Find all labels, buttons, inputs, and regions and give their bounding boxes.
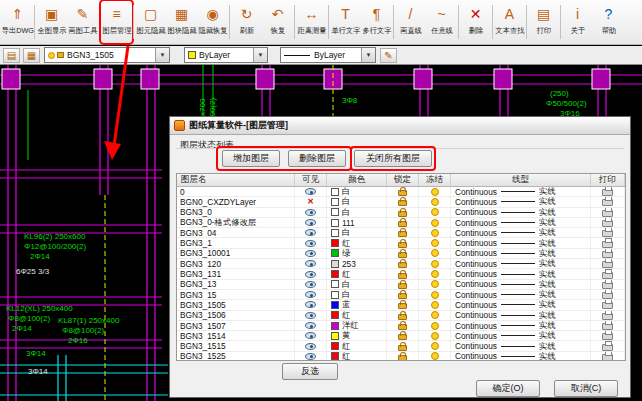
toolbar-button-refresh[interactable]: ↻刷新	[231, 1, 262, 43]
lock-cell[interactable]	[387, 187, 419, 196]
freeze-cell[interactable]	[419, 290, 451, 299]
freeze-cell[interactable]	[419, 259, 451, 268]
visible-cell[interactable]	[295, 208, 327, 217]
layer-row[interactable]: BGN3_15白Continuous实线	[177, 290, 625, 300]
layer-manager-mini-icon[interactable]: ▤	[3, 48, 20, 63]
toolbar-button-restore[interactable]: ↶恢复	[262, 1, 293, 43]
freeze-cell[interactable]	[419, 321, 451, 330]
layer-row[interactable]: BGN3_1515红Continuous实线	[177, 341, 625, 351]
dialog-titlebar[interactable]: 图纸算量软件-[图层管理]	[170, 117, 630, 135]
visible-cell[interactable]	[295, 259, 327, 268]
visible-cell[interactable]	[295, 331, 327, 340]
color-cell[interactable]: 253	[327, 259, 387, 268]
layer-row[interactable]: BGN3_1507洋红Continuous实线	[177, 321, 625, 331]
freeze-cell[interactable]	[419, 269, 451, 278]
toolbar-button-draw-tools[interactable]: ✎画图工具	[67, 1, 98, 43]
lock-cell[interactable]	[387, 300, 419, 309]
freeze-cell[interactable]	[419, 331, 451, 340]
column-header-3[interactable]: 锁定	[387, 174, 419, 186]
visible-cell[interactable]	[295, 249, 327, 258]
freeze-cell[interactable]	[419, 280, 451, 289]
toolbar-button-draw-polyline[interactable]: ~任意线	[426, 1, 457, 43]
print-cell[interactable]	[591, 300, 625, 309]
linetype-cell[interactable]: Continuous实线	[451, 228, 591, 237]
layer-row[interactable]: 0白Continuous实线	[177, 187, 625, 197]
print-cell[interactable]	[591, 311, 625, 320]
layer-states-icon[interactable]: ▦	[23, 48, 40, 63]
linetype-cell[interactable]: Continuous实线	[451, 249, 591, 258]
print-cell[interactable]	[591, 187, 625, 196]
lock-cell[interactable]	[387, 249, 419, 258]
visible-cell[interactable]	[295, 321, 327, 330]
visible-cell[interactable]	[295, 187, 327, 196]
freeze-cell[interactable]	[419, 208, 451, 217]
freeze-cell[interactable]	[419, 352, 451, 361]
visible-cell[interactable]	[295, 341, 327, 350]
color-cell[interactable]: 红	[327, 341, 387, 350]
print-cell[interactable]	[591, 249, 625, 258]
lock-cell[interactable]	[387, 218, 419, 227]
visible-cell[interactable]	[295, 311, 327, 320]
print-cell[interactable]	[591, 228, 625, 237]
toolbar-button-single-line-text[interactable]: T单行文字	[330, 1, 361, 43]
visible-cell[interactable]: ✕	[295, 197, 327, 206]
color-cell[interactable]: 白	[327, 197, 387, 206]
toolbar-button-delete[interactable]: ✕删除	[460, 1, 491, 43]
linetype-cell[interactable]: Continuous实线	[451, 197, 591, 206]
freeze-cell[interactable]	[419, 249, 451, 258]
lock-cell[interactable]	[387, 280, 419, 289]
layer-row[interactable]: BGN3_131红Continuous实线	[177, 269, 625, 279]
layer-row[interactable]: BGN3_1红Continuous实线	[177, 238, 625, 248]
linetype-cell[interactable]: Continuous实线	[451, 352, 591, 361]
layer-row[interactable]: BGN3_0白Continuous实线	[177, 208, 625, 218]
color-cell[interactable]: 黄	[327, 331, 387, 340]
column-header-4[interactable]: 冻结	[419, 174, 451, 186]
print-cell[interactable]	[591, 331, 625, 340]
toolbar-button-show-hidden[interactable]: ◉隐藏恢复	[197, 1, 228, 43]
chevron-down-icon[interactable]: ▼	[253, 48, 267, 62]
toolbar-button-hide-entity[interactable]: ▢图元隐藏	[135, 1, 166, 43]
visible-cell[interactable]	[295, 238, 327, 247]
toolbar-button-hide-block[interactable]: ▦图块隐藏	[166, 1, 197, 43]
freeze-cell[interactable]	[419, 300, 451, 309]
freeze-cell[interactable]	[419, 341, 451, 350]
lock-cell[interactable]	[387, 208, 419, 217]
linetype-cell[interactable]: Continuous实线	[451, 321, 591, 330]
color-cell[interactable]: 红	[327, 311, 387, 320]
toolbar-button-print[interactable]: ▤打印	[528, 1, 559, 43]
layer-row[interactable]: BGN3_1514黄Continuous实线	[177, 331, 625, 341]
lock-cell[interactable]	[387, 269, 419, 278]
invert-selection-button[interactable]: 反选	[282, 363, 338, 380]
print-cell[interactable]	[591, 218, 625, 227]
color-select[interactable]: ByLayer ▼	[184, 47, 268, 63]
delete-layer-button[interactable]: 删除图层	[288, 150, 346, 167]
lock-cell[interactable]	[387, 228, 419, 237]
column-header-5[interactable]: 线型	[451, 174, 591, 186]
layer-row[interactable]: BGN3_1525红Continuous实线	[177, 352, 625, 361]
layer-row[interactable]: BGN3_04白Continuous实线	[177, 228, 625, 238]
visible-cell[interactable]	[295, 300, 327, 309]
column-header-6[interactable]: 打印	[591, 174, 625, 186]
layer-row[interactable]: BGN3_120253Continuous实线	[177, 259, 625, 269]
close-all-layers-button[interactable]: 关闭所有图层	[354, 150, 432, 167]
linetype-cell[interactable]: Continuous实线	[451, 311, 591, 320]
linetype-cell[interactable]: Continuous实线	[451, 290, 591, 299]
lock-cell[interactable]	[387, 352, 419, 361]
toolbar-button-help[interactable]: ?帮助	[593, 1, 624, 43]
visible-cell[interactable]	[295, 290, 327, 299]
print-cell[interactable]	[591, 341, 625, 350]
visible-cell[interactable]	[295, 280, 327, 289]
linetype-cell[interactable]: Continuous实线	[451, 300, 591, 309]
column-header-1[interactable]: 可见	[295, 174, 327, 186]
layer-row[interactable]: BGN0_CXZDYLayer✕白Continuous实线	[177, 197, 625, 207]
layer-row[interactable]: BGN3_1506红Continuous实线	[177, 311, 625, 321]
lock-cell[interactable]	[387, 259, 419, 268]
freeze-cell[interactable]	[419, 197, 451, 206]
freeze-cell[interactable]	[419, 238, 451, 247]
visible-cell[interactable]	[295, 352, 327, 361]
toolbar-button-multi-line-text[interactable]: ¶多行文字	[361, 1, 392, 43]
linetype-cell[interactable]: Continuous实线	[451, 238, 591, 247]
ok-button[interactable]: 确定(O)	[476, 380, 540, 397]
color-cell[interactable]: 白	[327, 280, 387, 289]
toolbar-button-export-dwg[interactable]: ⇑导出DWG	[2, 1, 33, 43]
